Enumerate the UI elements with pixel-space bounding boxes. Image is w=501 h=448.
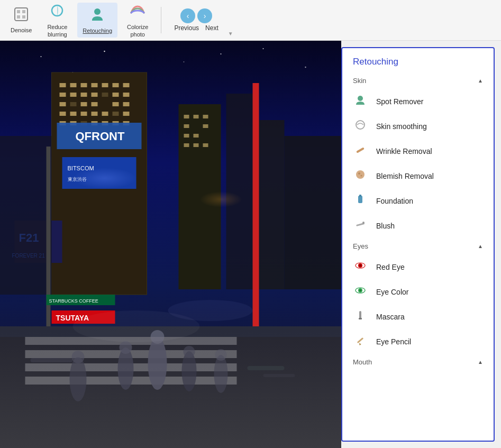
previous-label[interactable]: Previous: [174, 24, 199, 32]
svg-rect-118: [359, 311, 361, 318]
svg-rect-59: [184, 115, 189, 118]
svg-point-100: [168, 300, 253, 321]
colorize-label: Colorizephoto: [127, 24, 148, 38]
blemish-removal-icon: [353, 169, 368, 183]
eye-color-icon: [353, 285, 368, 299]
svg-rect-62: [184, 124, 189, 128]
svg-rect-22: [123, 83, 130, 87]
eye-pencil-label: Eye Pencil: [376, 337, 411, 346]
next-arrow-button[interactable]: ›: [197, 8, 212, 23]
spot-remover-icon: [353, 94, 368, 108]
svg-rect-37: [70, 112, 77, 116]
eyes-section-header[interactable]: Eyes ▲: [342, 238, 494, 254]
skin-smoothing-icon: [353, 119, 368, 133]
foundation-label: Foundation: [376, 197, 413, 205]
svg-rect-25: [81, 93, 87, 97]
svg-rect-16: [60, 83, 66, 87]
svg-point-111: [362, 222, 365, 224]
svg-point-114: [359, 264, 361, 267]
blush-item[interactable]: Blush: [342, 213, 494, 238]
svg-rect-38: [81, 112, 87, 116]
mascara-item[interactable]: Mascara: [342, 304, 494, 329]
toolbar-retouching[interactable]: Retouching: [77, 3, 117, 38]
reduce-blurring-icon: [49, 2, 66, 22]
svg-point-95: [215, 349, 227, 361]
svg-rect-3: [17, 15, 20, 19]
svg-point-102: [358, 96, 363, 101]
svg-rect-104: [356, 147, 365, 153]
svg-rect-96: [31, 358, 73, 362]
svg-rect-101: [0, 326, 341, 337]
skin-section-header[interactable]: Skin ▲: [342, 72, 494, 89]
red-eye-label: Red Eye: [376, 263, 405, 271]
foundation-icon: [353, 194, 368, 208]
svg-rect-28: [113, 93, 119, 97]
denoise-icon: [13, 6, 30, 25]
toolbar-separator: [161, 7, 161, 33]
retouching-label: Retouching: [83, 28, 112, 34]
svg-rect-32: [81, 102, 87, 106]
svg-rect-75: [253, 83, 259, 337]
toolbar-denoise[interactable]: Denoise: [5, 3, 37, 37]
svg-point-91: [184, 346, 195, 358]
svg-rect-34: [113, 102, 119, 106]
red-eye-item[interactable]: Red Eye: [342, 254, 494, 279]
svg-point-92: [70, 357, 87, 401]
eye-pencil-icon: [353, 334, 368, 349]
svg-rect-19: [92, 83, 98, 87]
blush-icon: [353, 218, 368, 233]
svg-rect-69: [0, 136, 52, 295]
svg-text:STARBUCKS COFFEE: STARBUCKS COFFEE: [49, 298, 98, 304]
blemish-removal-label: Blemish Removal: [376, 172, 434, 180]
svg-point-10: [184, 61, 185, 62]
svg-rect-18: [81, 83, 87, 87]
svg-point-11: [263, 48, 264, 49]
eye-pencil-item[interactable]: Eye Pencil: [342, 329, 494, 354]
previous-arrow-button[interactable]: ‹: [180, 8, 195, 23]
toolbar: Denoise Reduceblurring Retouching Colori…: [0, 0, 501, 41]
svg-rect-17: [70, 83, 77, 87]
foundation-item[interactable]: Foundation: [342, 188, 494, 213]
main-content: QFRONT BITSCOM 東京渋谷 F21 FOREVER 21: [0, 41, 501, 448]
eyes-arrow-icon: ▲: [478, 243, 483, 249]
next-label[interactable]: Next: [205, 24, 218, 32]
svg-marker-121: [358, 342, 361, 345]
svg-rect-98: [263, 374, 295, 377]
svg-rect-31: [70, 102, 77, 106]
skin-arrow-icon: ▲: [478, 78, 483, 84]
svg-rect-66: [184, 143, 189, 147]
wrinkle-removal-item[interactable]: Wrinkle Removal: [342, 139, 494, 163]
svg-rect-41: [113, 112, 119, 116]
eyes-label: Eyes: [353, 242, 368, 250]
mouth-section-header[interactable]: Mouth ▲: [342, 354, 494, 370]
svg-rect-64: [184, 134, 189, 138]
svg-rect-26: [92, 93, 98, 97]
svg-rect-27: [102, 93, 108, 97]
eye-color-item[interactable]: Eye Color: [342, 279, 494, 304]
mascara-icon: [353, 309, 368, 324]
svg-rect-20: [102, 83, 108, 87]
svg-rect-1: [17, 10, 20, 13]
svg-rect-68: [203, 143, 208, 147]
spot-remover-item[interactable]: Spot Remover: [342, 89, 494, 114]
svg-rect-71: [258, 120, 285, 289]
toolbar-colorize[interactable]: Colorizephoto: [122, 0, 153, 41]
svg-point-12: [305, 67, 306, 68]
svg-rect-120: [357, 337, 364, 343]
svg-rect-29: [123, 93, 130, 97]
svg-point-8: [41, 56, 42, 57]
svg-point-93: [72, 351, 85, 363]
svg-text:QFRONT: QFRONT: [76, 130, 125, 143]
svg-point-73: [73, 168, 136, 189]
nav-group: ‹ › Previous Next: [174, 8, 218, 32]
svg-rect-65: [194, 134, 199, 138]
toolbar-reduce-blurring[interactable]: Reduceblurring: [41, 0, 73, 41]
eye-color-label: Eye Color: [376, 288, 408, 296]
skin-smoothing-item[interactable]: Skin smoothing: [342, 114, 494, 139]
wrinkle-removal-icon: [353, 144, 368, 158]
svg-rect-97: [248, 366, 285, 370]
svg-point-14: [221, 53, 222, 54]
svg-point-9: [104, 51, 105, 52]
blush-label: Blush: [376, 222, 395, 230]
blemish-removal-item[interactable]: Blemish Removal: [342, 163, 494, 188]
